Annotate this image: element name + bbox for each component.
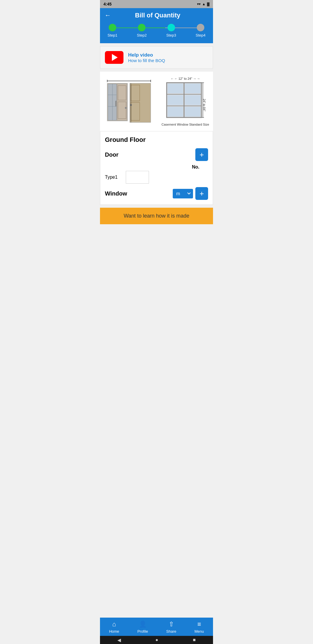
step-1-circle [109, 24, 116, 31]
svg-rect-4 [108, 84, 117, 120]
help-video-title: Help video [128, 52, 165, 58]
step-4[interactable]: Step4 [196, 24, 205, 37]
door-category-header: Door + [105, 148, 208, 161]
window-add-button[interactable]: + [195, 187, 208, 200]
svg-point-12 [125, 107, 127, 109]
back-button[interactable]: ← [105, 12, 111, 19]
header: ← Bill of Quantity Step1 Step2 Step3 Ste… [100, 8, 213, 43]
door-type1-row: Type1 [105, 171, 208, 184]
svg-rect-13 [130, 83, 151, 122]
svg-rect-9 [117, 84, 127, 120]
ground-floor-title: Ground Floor [105, 136, 208, 144]
signal-icon: ▲ [202, 2, 205, 6]
window-unit-dropdown[interactable]: m ft inch [173, 189, 193, 198]
door-add-button[interactable]: + [195, 148, 208, 161]
window-svg [165, 81, 206, 120]
youtube-icon[interactable] [105, 51, 123, 64]
svg-rect-22 [168, 84, 183, 93]
help-video-subtitle: How to fill the BOQ [128, 58, 165, 63]
door-type1-input[interactable] [126, 171, 149, 184]
step-4-circle [197, 24, 204, 31]
window-image-container: ←← 12" to 24" →→ [158, 75, 213, 128]
svg-rect-26 [168, 107, 183, 117]
status-time: 4:45 [103, 2, 112, 6]
door-category-title: Door [105, 151, 119, 158]
svg-rect-24 [168, 95, 183, 105]
help-video-text: Help video How to fill the BOQ [128, 52, 165, 63]
svg-rect-23 [185, 84, 201, 93]
header-top: ← Bill of Quantity [105, 12, 208, 19]
step-1-label: Step1 [108, 33, 117, 37]
svg-rect-27 [185, 107, 201, 117]
window-controls: m ft inch + [173, 187, 208, 200]
youtube-play-icon [112, 54, 118, 61]
door-table-header: No. [105, 164, 208, 170]
step-3-circle [168, 24, 175, 31]
door-type1-label: Type1 [105, 175, 122, 180]
ground-floor-section: Ground Floor Door + No. Type1 Window m [100, 131, 213, 205]
learn-banner[interactable]: Want to learn how it is made [100, 208, 213, 224]
window-caption: Casement Window Standard Size [161, 123, 209, 126]
svg-rect-8 [115, 101, 117, 106]
help-video-section[interactable]: Help video How to fill the BOQ [100, 46, 213, 69]
step-3[interactable]: Step3 [166, 24, 176, 37]
step-4-label: Step4 [196, 33, 205, 37]
window-category-title: Window [105, 190, 127, 197]
door-image-container [100, 75, 158, 128]
step-1[interactable]: Step1 [108, 24, 117, 37]
svg-rect-17 [130, 83, 132, 122]
door-type-table: No. Type1 [105, 164, 208, 184]
battery-icon: ▓ [207, 2, 210, 6]
status-icons: ▾▾ ▲ ▓ [197, 2, 210, 6]
main-content: Help video How to fill the BOQ [100, 46, 213, 259]
wifi-icon: ▾▾ [197, 2, 201, 6]
step-2-circle [138, 24, 145, 31]
svg-rect-25 [185, 95, 201, 105]
window-side-dim: 24" to 84" [203, 99, 206, 111]
door-image [104, 77, 154, 125]
steps-progress: Step1 Step2 Step3 Step4 [105, 24, 208, 37]
step-2[interactable]: Step2 [137, 24, 147, 37]
step-3-label: Step3 [166, 33, 176, 37]
window-diagram-wrapper: 24" to 84" [165, 81, 206, 122]
step-2-label: Step2 [137, 33, 147, 37]
page-title: Bill of Quantity [114, 12, 201, 19]
images-section: ←← 12" to 24" →→ [100, 72, 213, 131]
window-top-dim: ←← 12" to 24" →→ [171, 77, 200, 80]
status-bar: 4:45 ▾▾ ▲ ▓ [100, 0, 213, 8]
window-category-row: Window m ft inch + [105, 187, 208, 200]
